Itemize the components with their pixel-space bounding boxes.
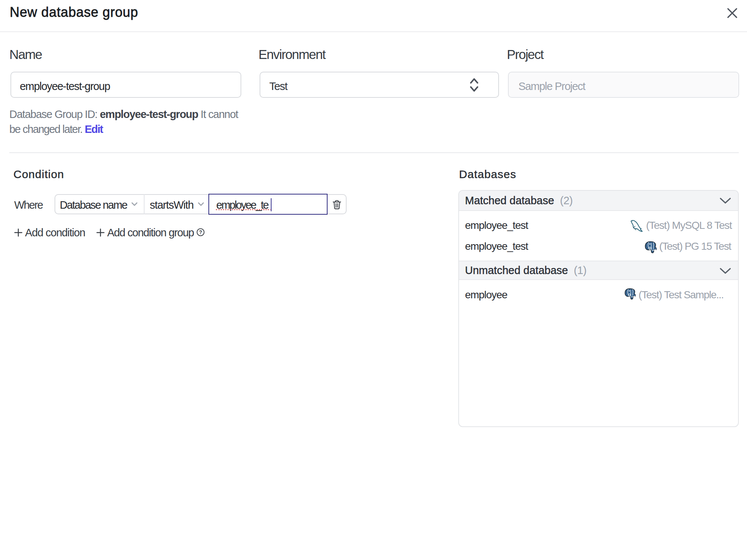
svg-text:?: ? [199,229,202,235]
